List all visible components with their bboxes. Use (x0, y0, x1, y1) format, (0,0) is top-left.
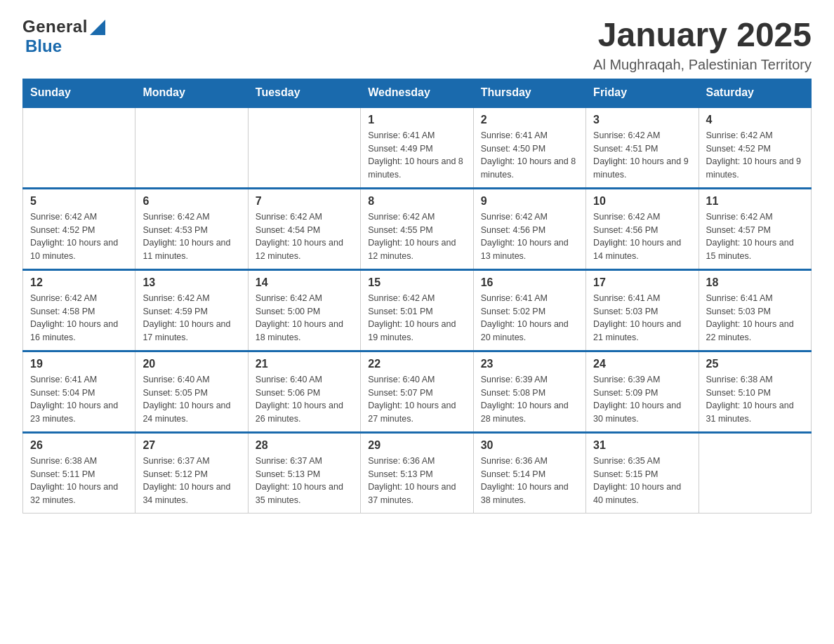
day-cell: 13Sunrise: 6:42 AMSunset: 4:59 PMDayligh… (135, 269, 248, 351)
day-info: Sunrise: 6:40 AMSunset: 5:05 PMDaylight:… (143, 373, 240, 426)
day-cell: 18Sunrise: 6:41 AMSunset: 5:03 PMDayligh… (699, 269, 811, 351)
header-cell-sunday: Sunday (23, 79, 135, 107)
day-number: 17 (593, 276, 691, 289)
day-info: Sunrise: 6:42 AMSunset: 4:52 PMDaylight:… (706, 129, 804, 182)
day-number: 19 (30, 358, 128, 370)
day-cell: 17Sunrise: 6:41 AMSunset: 5:03 PMDayligh… (586, 269, 699, 351)
day-info: Sunrise: 6:42 AMSunset: 4:58 PMDaylight:… (30, 292, 128, 344)
day-number: 21 (256, 358, 353, 370)
day-info: Sunrise: 6:40 AMSunset: 5:06 PMDaylight:… (256, 373, 353, 426)
header-cell-wednesday: Wednesday (361, 79, 473, 107)
day-info: Sunrise: 6:42 AMSunset: 4:55 PMDaylight:… (368, 210, 465, 263)
day-number: 4 (706, 114, 804, 126)
week-row-1: 1Sunrise: 6:41 AMSunset: 4:49 PMDaylight… (23, 107, 812, 188)
day-cell: 8Sunrise: 6:42 AMSunset: 4:55 PMDaylight… (361, 188, 473, 269)
day-cell: 5Sunrise: 6:42 AMSunset: 4:52 PMDaylight… (23, 188, 135, 269)
day-number: 2 (481, 114, 578, 126)
day-number: 6 (143, 195, 240, 208)
day-number: 27 (143, 439, 240, 452)
day-info: Sunrise: 6:42 AMSunset: 4:56 PMDaylight:… (593, 210, 691, 263)
day-info: Sunrise: 6:42 AMSunset: 4:56 PMDaylight:… (481, 210, 578, 263)
day-number: 20 (143, 358, 240, 370)
day-info: Sunrise: 6:42 AMSunset: 5:00 PMDaylight:… (256, 292, 353, 344)
day-cell: 22Sunrise: 6:40 AMSunset: 5:07 PMDayligh… (361, 351, 473, 432)
day-info: Sunrise: 6:42 AMSunset: 4:59 PMDaylight:… (143, 292, 240, 344)
day-cell: 20Sunrise: 6:40 AMSunset: 5:05 PMDayligh… (135, 351, 248, 432)
day-cell: 12Sunrise: 6:42 AMSunset: 4:58 PMDayligh… (23, 269, 135, 351)
day-info: Sunrise: 6:42 AMSunset: 4:57 PMDaylight:… (706, 210, 804, 263)
day-number: 16 (481, 276, 578, 289)
day-number: 12 (30, 276, 128, 289)
day-number: 18 (706, 276, 804, 289)
calendar-header: SundayMondayTuesdayWednesdayThursdayFrid… (23, 79, 812, 107)
day-number: 26 (30, 439, 128, 452)
day-info: Sunrise: 6:41 AMSunset: 5:03 PMDaylight:… (706, 292, 804, 344)
day-info: Sunrise: 6:42 AMSunset: 4:53 PMDaylight:… (143, 210, 240, 263)
day-cell: 24Sunrise: 6:39 AMSunset: 5:09 PMDayligh… (586, 351, 699, 432)
header-row: SundayMondayTuesdayWednesdayThursdayFrid… (23, 79, 812, 107)
day-info: Sunrise: 6:36 AMSunset: 5:14 PMDaylight:… (481, 455, 578, 507)
header-cell-thursday: Thursday (473, 79, 585, 107)
day-number: 24 (593, 358, 691, 370)
calendar-table: SundayMondayTuesdayWednesdayThursdayFrid… (22, 79, 812, 514)
title-section: January 2025 Al Mughraqah, Palestinian T… (593, 17, 812, 73)
day-info: Sunrise: 6:41 AMSunset: 5:03 PMDaylight:… (593, 292, 691, 344)
day-info: Sunrise: 6:35 AMSunset: 5:15 PMDaylight:… (593, 455, 691, 507)
day-cell (135, 107, 248, 188)
day-info: Sunrise: 6:36 AMSunset: 5:13 PMDaylight:… (368, 455, 465, 507)
week-row-4: 19Sunrise: 6:41 AMSunset: 5:04 PMDayligh… (23, 351, 812, 432)
day-number: 10 (593, 195, 691, 208)
day-number: 5 (30, 195, 128, 208)
day-cell: 23Sunrise: 6:39 AMSunset: 5:08 PMDayligh… (473, 351, 585, 432)
header-cell-monday: Monday (135, 79, 248, 107)
location-title: Al Mughraqah, Palestinian Territory (593, 57, 812, 73)
day-cell (699, 432, 811, 513)
day-cell: 2Sunrise: 6:41 AMSunset: 4:50 PMDaylight… (473, 107, 585, 188)
day-number: 11 (706, 195, 804, 208)
day-info: Sunrise: 6:39 AMSunset: 5:08 PMDaylight:… (481, 373, 578, 426)
day-cell: 26Sunrise: 6:38 AMSunset: 5:11 PMDayligh… (23, 432, 135, 513)
day-number: 15 (368, 276, 465, 289)
day-number: 1 (368, 114, 465, 126)
day-number: 23 (481, 358, 578, 370)
week-row-2: 5Sunrise: 6:42 AMSunset: 4:52 PMDaylight… (23, 188, 812, 269)
day-info: Sunrise: 6:37 AMSunset: 5:13 PMDaylight:… (256, 455, 353, 507)
day-cell: 31Sunrise: 6:35 AMSunset: 5:15 PMDayligh… (586, 432, 699, 513)
day-number: 29 (368, 439, 465, 452)
day-cell: 11Sunrise: 6:42 AMSunset: 4:57 PMDayligh… (699, 188, 811, 269)
day-info: Sunrise: 6:41 AMSunset: 5:04 PMDaylight:… (30, 373, 128, 426)
day-cell: 1Sunrise: 6:41 AMSunset: 4:49 PMDaylight… (361, 107, 473, 188)
day-info: Sunrise: 6:42 AMSunset: 4:52 PMDaylight:… (30, 210, 128, 263)
header-cell-friday: Friday (586, 79, 699, 107)
calendar-body: 1Sunrise: 6:41 AMSunset: 4:49 PMDaylight… (23, 107, 812, 513)
day-cell: 14Sunrise: 6:42 AMSunset: 5:00 PMDayligh… (248, 269, 360, 351)
day-info: Sunrise: 6:41 AMSunset: 4:49 PMDaylight:… (368, 129, 465, 182)
day-info: Sunrise: 6:42 AMSunset: 5:01 PMDaylight:… (368, 292, 465, 344)
day-cell: 3Sunrise: 6:42 AMSunset: 4:51 PMDaylight… (586, 107, 699, 188)
week-row-5: 26Sunrise: 6:38 AMSunset: 5:11 PMDayligh… (23, 432, 812, 513)
day-cell (248, 107, 360, 188)
day-cell: 7Sunrise: 6:42 AMSunset: 4:54 PMDaylight… (248, 188, 360, 269)
day-cell: 4Sunrise: 6:42 AMSunset: 4:52 PMDaylight… (699, 107, 811, 188)
page-header: General Blue January 2025 Al Mughraqah, … (22, 17, 812, 73)
day-info: Sunrise: 6:39 AMSunset: 5:09 PMDaylight:… (593, 373, 691, 426)
day-number: 13 (143, 276, 240, 289)
logo-general-text: General (22, 17, 88, 36)
day-info: Sunrise: 6:38 AMSunset: 5:11 PMDaylight:… (30, 455, 128, 507)
day-number: 25 (706, 358, 804, 370)
day-number: 28 (256, 439, 353, 452)
day-info: Sunrise: 6:40 AMSunset: 5:07 PMDaylight:… (368, 373, 465, 426)
day-info: Sunrise: 6:41 AMSunset: 5:02 PMDaylight:… (481, 292, 578, 344)
day-cell: 29Sunrise: 6:36 AMSunset: 5:13 PMDayligh… (361, 432, 473, 513)
day-number: 3 (593, 114, 691, 126)
month-title: January 2025 (593, 17, 812, 54)
day-number: 22 (368, 358, 465, 370)
day-cell: 27Sunrise: 6:37 AMSunset: 5:12 PMDayligh… (135, 432, 248, 513)
logo-triangle-icon (90, 20, 105, 35)
day-info: Sunrise: 6:37 AMSunset: 5:12 PMDaylight:… (143, 455, 240, 507)
day-cell (23, 107, 135, 188)
day-info: Sunrise: 6:42 AMSunset: 4:51 PMDaylight:… (593, 129, 691, 182)
day-number: 8 (368, 195, 465, 208)
day-info: Sunrise: 6:41 AMSunset: 4:50 PMDaylight:… (481, 129, 578, 182)
svg-marker-0 (90, 20, 105, 35)
